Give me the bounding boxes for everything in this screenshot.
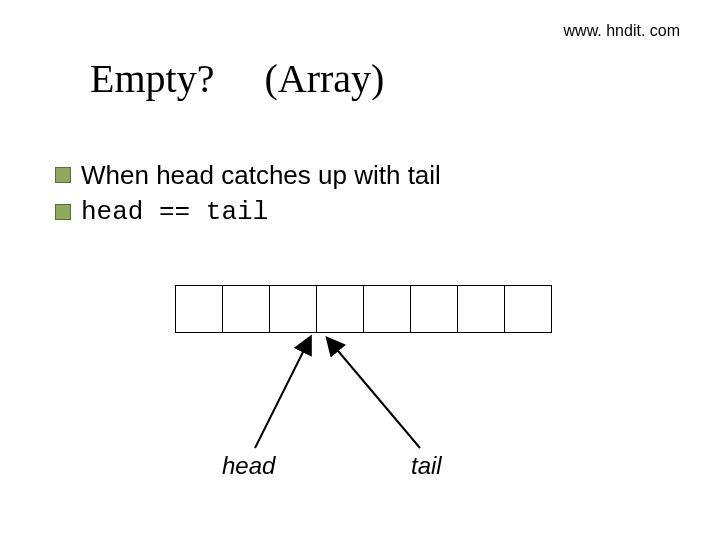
title-part-1: Empty? [90,56,214,101]
bullet-item: When head catches up with tail [55,160,441,191]
title-part-2: (Array) [264,56,384,101]
bullet-1-post: head catches up with tail [156,160,441,190]
slide-title: Empty? (Array) [90,55,384,102]
head-arrow [255,338,310,448]
bullet-text: When head catches up with tail [81,160,441,191]
bullet-1-pre: When [81,160,156,190]
head-label: head [222,452,275,480]
bullet-item: head == tail [55,197,441,227]
array-cell [410,285,458,333]
arrows-svg [0,333,720,463]
bullet-code: head == tail [81,197,268,227]
array-cell [269,285,317,333]
array-cell [222,285,270,333]
tail-arrow [328,339,420,448]
bullet-square-icon [55,167,71,183]
array-cell [457,285,505,333]
bullet-square-icon [55,204,71,220]
source-url: www. hndit. com [564,22,680,40]
array-diagram [175,285,552,333]
array-cell [363,285,411,333]
bullet-list: When head catches up with tail head == t… [55,160,441,233]
array-cell [504,285,552,333]
array-cell [175,285,223,333]
array-cell [316,285,364,333]
tail-label: tail [411,452,442,480]
